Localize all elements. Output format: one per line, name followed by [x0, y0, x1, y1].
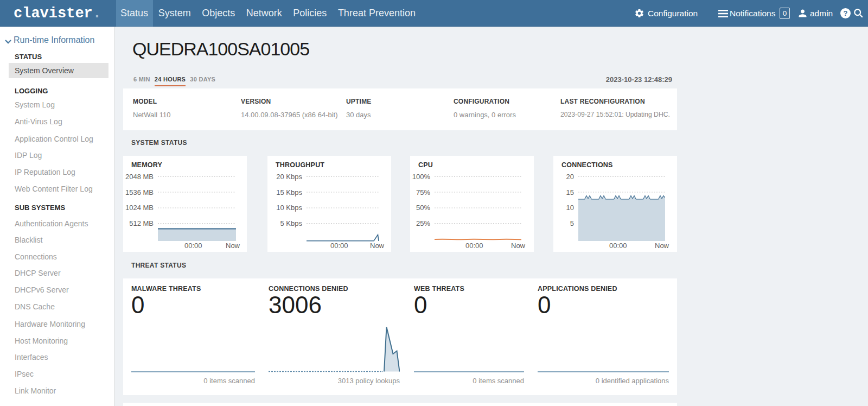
svg-text:?: ? — [844, 9, 848, 17]
